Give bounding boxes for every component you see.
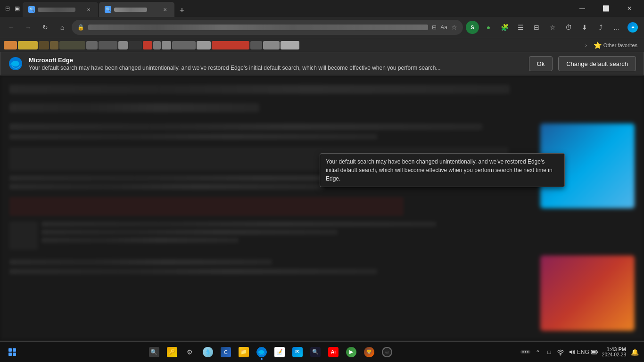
taskbar-edge-button[interactable] xyxy=(253,344,270,361)
split-view-icon: ⊟ xyxy=(432,24,437,31)
share-button[interactable]: ⤴ xyxy=(593,20,608,35)
content-row-8 xyxy=(41,230,338,235)
tray-volume-icon[interactable] xyxy=(567,347,577,357)
bookmark-18[interactable] xyxy=(281,41,299,49)
taskbar-mail-button[interactable]: ✉ xyxy=(289,344,306,361)
tray-wifi-icon[interactable] xyxy=(556,347,565,357)
content-block-2 xyxy=(9,197,404,216)
taskbar-notepad-button[interactable]: 📝 xyxy=(271,344,288,361)
app16-icon: ◎ xyxy=(382,347,392,357)
taskbar: 🔍 🔑 ⚙ 💧 C 📁 📝 xyxy=(0,341,644,362)
explorer-icon: 📁 xyxy=(239,347,249,357)
tray-expand-icon[interactable]: ^ xyxy=(533,347,543,357)
bookmark-17[interactable] xyxy=(263,41,280,49)
notification-ok-button[interactable]: Ok xyxy=(529,56,553,71)
bookmark-2[interactable] xyxy=(18,41,38,49)
notification-bell-button[interactable]: 🔔 xyxy=(629,346,640,358)
bookmark-4[interactable] xyxy=(50,41,58,49)
back-button[interactable]: ← xyxy=(4,20,19,35)
taskbar-lens-button[interactable]: 🔍 xyxy=(307,344,324,361)
titlebar-controls: — ⬜ ✕ xyxy=(571,1,640,16)
content-row-1 xyxy=(9,85,510,94)
tab-bar: 🔍 ✕ 🔍 ✕ + xyxy=(23,0,570,17)
sidebar-button[interactable]: ⊟ xyxy=(529,20,544,35)
tab-1-title xyxy=(38,8,82,12)
edge-logo xyxy=(8,56,23,71)
taskbar-adobe-button[interactable]: Ai xyxy=(325,344,342,361)
downloads-button[interactable]: ⬇ xyxy=(577,20,592,35)
start-button[interactable] xyxy=(4,344,21,361)
taskbar-search-button[interactable]: 🔍 xyxy=(146,344,163,361)
taskbar-icue-button[interactable]: C xyxy=(217,344,234,361)
favorites-button[interactable]: ☆ xyxy=(545,20,560,35)
tab-1[interactable]: 🔍 ✕ xyxy=(23,2,98,17)
edge-taskbar-icon xyxy=(256,347,267,357)
close-button[interactable]: ✕ xyxy=(619,1,640,16)
tab-1-close[interactable]: ✕ xyxy=(85,6,92,13)
notification-body: Your default search may have been change… xyxy=(29,65,523,71)
other-favorites-star-icon: ⭐ xyxy=(594,41,602,49)
profile-avatar: S xyxy=(466,21,479,34)
tray-keyboard-icon[interactable]: ENG xyxy=(578,347,588,357)
address-text xyxy=(88,25,428,30)
content-row-4 xyxy=(9,134,377,140)
notification-change-search-button[interactable]: Change default search xyxy=(558,56,636,71)
taskbar-brave-button[interactable]: 🦁 xyxy=(361,344,378,361)
extensions-button[interactable]: 🧩 xyxy=(497,20,512,35)
bookmark-11[interactable] xyxy=(153,41,161,49)
bookmark-10[interactable] xyxy=(143,41,152,49)
system-clock[interactable]: 1:43 PM 2024-02-28 xyxy=(602,346,626,357)
favorites-star-icon[interactable]: ☆ xyxy=(451,24,457,31)
bookmark-12[interactable] xyxy=(162,41,171,49)
more-button[interactable]: … xyxy=(609,20,624,35)
collections-button[interactable]: ☰ xyxy=(513,20,528,35)
tab-1-favicon: 🔍 xyxy=(28,6,35,13)
tray-notifications-icon[interactable]: □ xyxy=(545,347,554,357)
maximize-button[interactable]: ⬜ xyxy=(595,1,617,16)
bookmark-15[interactable] xyxy=(212,41,249,49)
clock-time: 1:43 PM xyxy=(602,346,626,352)
bookmark-13[interactable] xyxy=(172,41,196,49)
vertical-tabs-button[interactable]: ▣ xyxy=(13,5,21,12)
tab-2-title xyxy=(114,8,158,12)
edge-copilot-button[interactable]: ✦ xyxy=(625,20,640,35)
bookmark-14[interactable] xyxy=(197,41,211,49)
bookmark-5[interactable] xyxy=(59,41,85,49)
minimize-button[interactable]: — xyxy=(571,1,593,16)
new-tab-button[interactable]: + xyxy=(175,4,189,17)
clock-date: 2024-02-28 xyxy=(602,352,626,357)
taskbar-prokey-button[interactable]: 🔑 xyxy=(164,344,181,361)
taskbar-app16-button[interactable]: ◎ xyxy=(379,344,396,361)
address-bar[interactable]: 🔒 ⊟ Aa ☆ xyxy=(72,20,463,35)
refresh-button[interactable]: ↻ xyxy=(38,20,53,35)
taskbar-podcast-button[interactable]: ▶ xyxy=(343,344,360,361)
history-button[interactable]: ⏱ xyxy=(561,20,576,35)
profile-button[interactable]: S xyxy=(465,20,480,35)
bookmark-9[interactable] xyxy=(129,41,142,49)
svg-point-2 xyxy=(560,354,561,355)
bookmark-3[interactable] xyxy=(39,41,49,49)
taskbar-dropper-button[interactable]: 💧 xyxy=(199,344,216,361)
bookmark-16[interactable] xyxy=(250,41,262,49)
bookmark-8[interactable] xyxy=(118,41,128,49)
bookmark-7[interactable] xyxy=(99,41,117,49)
other-favorites-button[interactable]: ⭐ Other favorites xyxy=(591,41,640,49)
tab-manager-button[interactable]: ⊟ xyxy=(4,5,11,12)
read-aloud-icon: Aa xyxy=(440,24,447,31)
taskbar-explorer-button[interactable]: 📁 xyxy=(235,344,252,361)
system-tray-overflow[interactable] xyxy=(520,350,530,354)
mail-icon: ✉ xyxy=(292,347,303,357)
taskbar-settings-button[interactable]: ⚙ xyxy=(182,344,198,361)
prokey-icon: 🔑 xyxy=(167,347,177,357)
forward-button[interactable]: → xyxy=(21,20,36,35)
notification-bar: Microsoft Edge Your default search may h… xyxy=(0,52,644,75)
dropper-icon: 💧 xyxy=(203,347,213,357)
tray-battery-icon[interactable] xyxy=(590,347,599,357)
bookmark-1[interactable] xyxy=(4,41,17,49)
bookmarks-more-button[interactable]: › xyxy=(582,42,590,48)
bookmark-6[interactable] xyxy=(86,41,98,49)
tab-2-close[interactable]: ✕ xyxy=(161,6,169,13)
home-button[interactable]: ⌂ xyxy=(55,20,70,35)
tab-2[interactable]: 🔍 ✕ xyxy=(99,2,174,17)
podcast-icon: ▶ xyxy=(346,347,356,357)
